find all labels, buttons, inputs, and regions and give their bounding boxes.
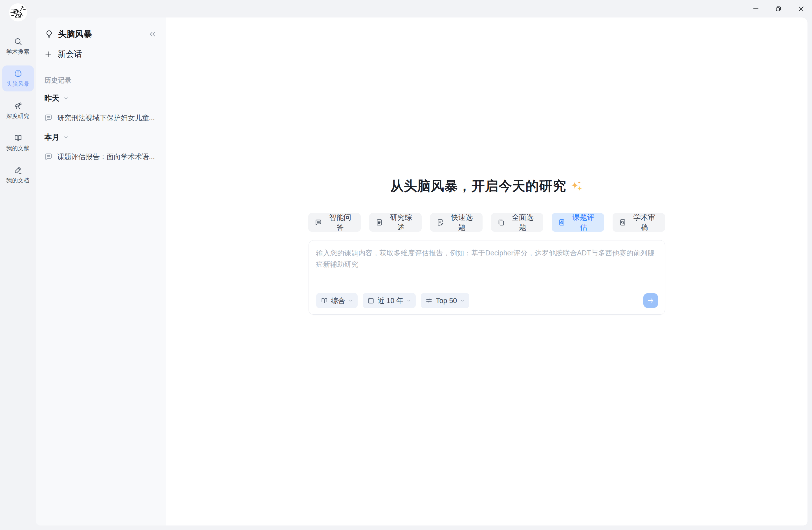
tab-comprehensive-topic[interactable]: 全面选题 xyxy=(491,213,543,232)
rail-item-deep-research[interactable]: 深度研究 xyxy=(2,98,34,124)
tab-label: 快速选题 xyxy=(447,212,476,232)
rail-item-brainstorm[interactable]: 头脑风暴 xyxy=(2,66,34,92)
minimize-icon xyxy=(752,5,759,12)
sidebar-title: 头脑风暴 xyxy=(58,28,92,40)
rail-item-my-literature[interactable]: 我的文献 xyxy=(2,130,34,156)
rail-item-label: 我的文档 xyxy=(6,177,30,184)
tab-academic-review[interactable]: 学术审稿 xyxy=(613,213,665,232)
close-button[interactable] xyxy=(795,2,807,15)
tab-label: 全面选题 xyxy=(508,212,537,232)
titlebar xyxy=(0,0,812,17)
arrow-right-icon xyxy=(647,297,655,305)
document-search-icon xyxy=(619,219,627,226)
rail-item-label: 头脑风暴 xyxy=(6,80,30,88)
filter-years-dropdown[interactable]: 近 10 年 xyxy=(363,293,416,308)
tab-label: 智能问答 xyxy=(326,212,354,232)
filter-label: Top 50 xyxy=(436,297,457,305)
filter-scope-dropdown[interactable]: 综合 xyxy=(316,293,358,308)
sidebar-header: 头脑风暴 xyxy=(44,28,158,41)
chevron-down-icon xyxy=(348,298,353,303)
history-item[interactable]: 研究刑法视域下保护妇女儿童... xyxy=(44,112,158,124)
new-session-label: 新会话 xyxy=(58,48,82,60)
rail-item-academic-search[interactable]: 学术搜索 xyxy=(2,33,34,59)
brain-icon xyxy=(14,69,23,78)
hero-title: 从头脑风暴，开启今天的研究 xyxy=(308,177,665,195)
main-panel: 从头脑风暴，开启今天的研究 智能问答 xyxy=(166,17,808,526)
history-item[interactable]: 课题评估报告：面向学术术语... xyxy=(44,151,158,163)
hero-title-text: 从头脑风暴，开启今天的研究 xyxy=(390,177,566,195)
chat-lines-icon xyxy=(315,219,322,226)
history-group-label: 昨天 xyxy=(44,93,59,103)
tab-smart-qa[interactable]: 智能问答 xyxy=(308,213,361,232)
copy-documents-icon xyxy=(497,219,505,226)
history-section-label: 历史记录 xyxy=(44,75,158,85)
send-button[interactable] xyxy=(643,293,658,308)
chat-lines-icon xyxy=(44,152,53,161)
telescope-icon xyxy=(14,101,23,110)
collapse-sidebar-button[interactable] xyxy=(147,28,158,40)
pencil-icon xyxy=(14,166,23,175)
double-chevron-left-icon xyxy=(148,30,157,39)
tab-label: 学术审稿 xyxy=(630,212,658,232)
open-book-icon xyxy=(14,134,23,142)
filter-top-n-dropdown[interactable]: Top 50 xyxy=(421,293,469,308)
calendar-icon xyxy=(367,297,375,304)
maximize-restore-button[interactable] xyxy=(772,2,785,15)
chat-lines-icon xyxy=(44,113,53,122)
book-icon xyxy=(321,297,328,304)
history-group-yesterday[interactable]: 昨天 xyxy=(44,93,158,104)
lightbulb-icon xyxy=(44,29,54,39)
rail-item-label: 学术搜索 xyxy=(6,48,30,56)
chevron-down-icon xyxy=(406,298,411,303)
rail-item-label: 我的文献 xyxy=(6,144,30,152)
topic-input[interactable] xyxy=(316,247,657,281)
composer-toolbar: 综合 近 10 年 xyxy=(316,293,658,308)
chevron-down-icon xyxy=(460,298,465,303)
search-icon xyxy=(14,37,23,46)
sidebar-panel: 头脑风暴 新会话 历史记录 昨天 研究刑法视域下保护妇女儿童... 本月 课题评… xyxy=(36,17,166,526)
plus-icon xyxy=(44,50,52,58)
rail-item-label: 深度研究 xyxy=(6,112,30,120)
rail-item-my-docs[interactable]: 我的文档 xyxy=(2,162,34,188)
document-icon xyxy=(375,219,383,226)
mode-tabs: 智能问答 研究综述 快速选题 xyxy=(308,213,665,232)
app-logo xyxy=(9,3,27,22)
filter-label: 综合 xyxy=(331,296,345,305)
restore-icon xyxy=(775,5,782,12)
topic-input-card: 综合 近 10 年 xyxy=(308,240,665,315)
new-session-button[interactable]: 新会话 xyxy=(44,48,158,60)
sparkles-icon xyxy=(570,180,583,193)
tab-quick-topic[interactable]: 快速选题 xyxy=(430,213,482,232)
tab-topic-evaluation[interactable]: 课题评估 xyxy=(552,213,604,232)
history-item-title: 研究刑法视域下保护妇女儿童... xyxy=(57,113,155,123)
window-controls xyxy=(750,2,807,15)
tab-research-review[interactable]: 研究综述 xyxy=(369,213,422,232)
tab-label: 研究综述 xyxy=(387,212,416,232)
filter-label: 近 10 年 xyxy=(378,296,404,305)
chevron-down-icon xyxy=(63,134,69,140)
document-edit-icon xyxy=(436,219,444,226)
history-group-this-month[interactable]: 本月 xyxy=(44,131,158,143)
close-icon xyxy=(797,5,805,13)
rail-nav: 学术搜索 头脑风暴 深度研究 xyxy=(0,33,36,188)
history-group-label: 本月 xyxy=(44,132,59,142)
chevron-down-icon xyxy=(63,95,69,101)
history-item-title: 课题评估报告：面向学术术语... xyxy=(57,152,155,162)
tab-label: 课题评估 xyxy=(569,212,598,232)
dog-logo-icon xyxy=(9,3,27,22)
left-rail: 学术搜索 头脑风暴 深度研究 xyxy=(0,0,36,530)
document-check-icon xyxy=(558,219,566,226)
sliders-icon xyxy=(425,297,433,304)
minimize-button[interactable] xyxy=(750,2,762,15)
